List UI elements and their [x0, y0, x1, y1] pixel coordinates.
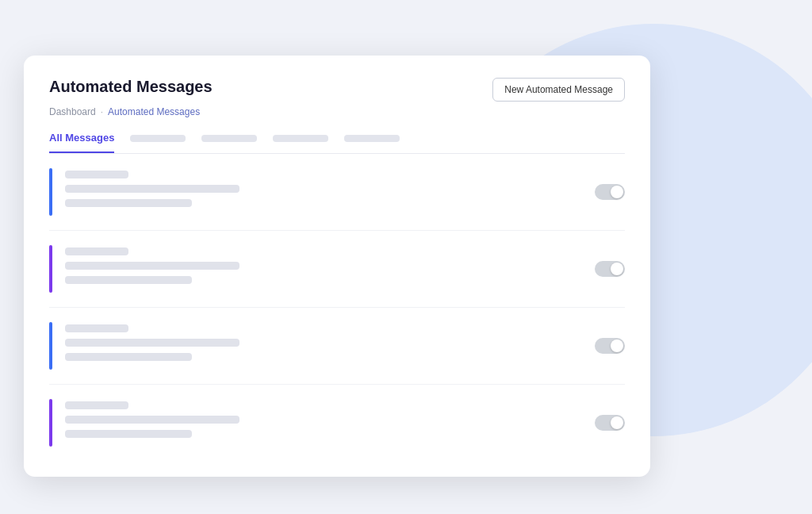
toggle-knob: [611, 186, 623, 198]
breadcrumb-separator: ·: [101, 106, 103, 117]
message-toggle[interactable]: [595, 338, 625, 354]
message-sub-line: [65, 199, 192, 207]
message-content: [65, 171, 595, 213]
message-item: [49, 154, 625, 231]
toggle-knob: [611, 339, 623, 352]
new-automated-message-button[interactable]: New Automated Message: [492, 78, 625, 102]
message-sub-line: [65, 276, 192, 284]
message-color-bar: [49, 399, 52, 447]
message-content: [65, 401, 595, 444]
message-sub-line: [65, 430, 192, 438]
message-body-line: [65, 416, 239, 424]
message-body-line: [65, 339, 239, 347]
message-color-bar: [49, 245, 52, 293]
toggle-knob: [611, 263, 623, 275]
breadcrumb: Dashboard · Automated Messages: [49, 106, 625, 117]
message-color-bar: [49, 322, 52, 370]
message-content: [65, 247, 595, 290]
message-title-line: [65, 171, 128, 178]
tab-all-messages[interactable]: All Messages: [49, 132, 114, 153]
message-color-bar: [49, 168, 52, 216]
message-body-line: [65, 262, 239, 270]
tabs-row: All Messages: [49, 132, 625, 154]
message-body-line: [65, 185, 239, 193]
toggle-wrapper: [595, 184, 625, 200]
message-title-line: [65, 401, 128, 409]
message-item: [49, 231, 625, 308]
message-content: [65, 324, 595, 367]
message-toggle[interactable]: [595, 261, 625, 277]
message-item: [49, 308, 625, 385]
tab-placeholder-4[interactable]: [344, 135, 400, 142]
toggle-wrapper: [595, 261, 625, 277]
card-header: Automated Messages New Automated Message: [49, 78, 625, 102]
main-card: Automated Messages New Automated Message…: [24, 56, 650, 477]
toggle-wrapper: [595, 338, 625, 354]
breadcrumb-home[interactable]: Dashboard: [49, 106, 96, 117]
toggle-wrapper: [595, 415, 625, 431]
message-list: [49, 154, 625, 461]
message-title-line: [65, 324, 128, 332]
message-sub-line: [65, 353, 192, 361]
message-toggle[interactable]: [595, 415, 625, 431]
toggle-knob: [611, 416, 623, 429]
page-title: Automated Messages: [49, 78, 213, 96]
tab-placeholder-1[interactable]: [130, 135, 186, 142]
message-item: [49, 385, 625, 461]
message-toggle[interactable]: [595, 184, 625, 200]
message-title-line: [65, 247, 128, 255]
tab-placeholder-2[interactable]: [201, 135, 257, 142]
tab-placeholder-3[interactable]: [273, 135, 328, 142]
breadcrumb-current: Automated Messages: [108, 106, 200, 117]
